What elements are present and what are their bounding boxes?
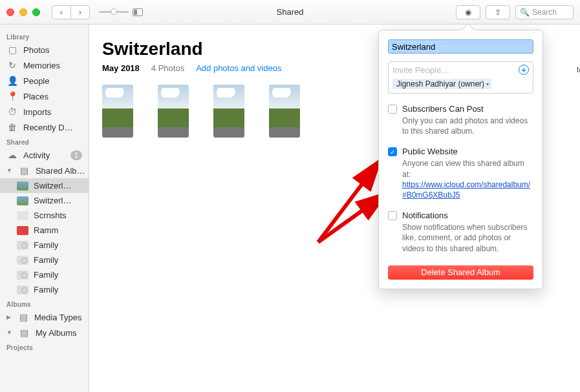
option-label: Subscribers Can Post (402, 104, 484, 114)
album-thumb-icon (17, 196, 28, 205)
option-description: Only you can add photos and videos to th… (402, 116, 533, 136)
owner-chip[interactable]: Jignesh Padhiyar (owner) (392, 79, 491, 89)
sidebar-item-shared-albums-root[interactable]: ▼▤Shared Alb… (0, 163, 89, 178)
disclosure-icon: ▶ (6, 314, 11, 320)
invite-placeholder: Invite People… (392, 65, 519, 75)
share-button[interactable]: ⇪ (486, 5, 510, 19)
album-date: May 2018 (102, 63, 140, 73)
sidebar-item-memories[interactable]: ↻Memories (0, 57, 89, 73)
search-placeholder: Search (532, 8, 557, 17)
sidebar-item-label: Family (34, 270, 58, 280)
person-circle-icon: ◉ (465, 8, 471, 17)
sidebar: Library ▢Photos ↻Memories 👤People 📍Place… (0, 25, 89, 392)
sidebar-item-label: Media Types (34, 313, 81, 322)
sidebar-item-label: Family (34, 285, 58, 294)
album-thumb-icon (17, 226, 28, 235)
folder-icon: ▤ (19, 327, 30, 338)
sidebar-item-album[interactable]: Switzerl… (0, 193, 89, 208)
album-settings-popover: Invite People… + Jignesh Padhiyar (owner… (378, 30, 543, 289)
option-description: Anyone can view this shared album at: ht… (402, 158, 533, 200)
sidebar-item-album[interactable]: Ramm (0, 223, 89, 238)
add-person-icon[interactable]: + (519, 65, 529, 75)
photo-thumbnail[interactable] (213, 85, 244, 138)
sidebar-item-label: Places (23, 92, 48, 101)
sidebar-item-label: Switzerl… (34, 181, 72, 191)
disclosure-icon: ▼ (6, 329, 12, 336)
sidebar-item-label: Shared Alb… (36, 166, 85, 176)
sidebar-item-album[interactable]: Family (0, 282, 89, 297)
album-thumb-icon (17, 271, 28, 280)
album-thumb-icon (17, 256, 28, 265)
sidebar-item-people[interactable]: 👤People (0, 73, 89, 88)
sidebar-item-album[interactable]: Scrnshts (0, 208, 89, 223)
sidebar-item-label: Imports (23, 107, 51, 117)
grid-icon (133, 8, 143, 16)
sidebar-item-label: My Albums (36, 328, 77, 338)
public-website-link[interactable]: https://www.icloud.com/sharedalbum/#B0mG… (402, 180, 530, 200)
option-description: Show notifications when subscribers like… (402, 222, 533, 254)
activity-badge: 1 (70, 150, 82, 160)
sort-dropdown[interactable]: tos (577, 65, 580, 74)
sidebar-item-label: People (23, 76, 49, 86)
folder-icon: ▤ (17, 312, 29, 322)
forward-button[interactable]: › (70, 5, 90, 19)
sidebar-item-places[interactable]: 📍Places (0, 88, 89, 104)
sidebar-item-media-types[interactable]: ▶▤Media Types (0, 309, 89, 325)
sidebar-item-label: Recently D… (23, 123, 73, 132)
sidebar-item-label: Memories (23, 61, 60, 70)
public-website-checkbox[interactable] (388, 147, 397, 156)
zoom-slider[interactable] (99, 11, 129, 13)
sidebar-item-photos[interactable]: ▢Photos (0, 42, 89, 57)
sidebar-item-album[interactable]: Switzerl… (0, 178, 89, 193)
window-title: Shared (277, 7, 304, 17)
sidebar-item-label: Ramm (34, 225, 58, 235)
thumbnail-zoom[interactable] (99, 8, 143, 16)
section-header-projects: Projects (0, 340, 89, 353)
option-label: Public Website (402, 147, 458, 156)
sidebar-item-label: Switzerl… (34, 196, 72, 205)
option-subscribers-can-post: Subscribers Can Post Only you can add ph… (388, 104, 533, 136)
back-button[interactable]: ‹ (52, 5, 71, 19)
sidebar-item-imports[interactable]: ⏱Imports (0, 104, 89, 119)
close-window-button[interactable] (6, 8, 14, 16)
option-notifications: Notifications Show notifications when su… (388, 211, 533, 254)
sidebar-item-album[interactable]: Family (0, 238, 89, 253)
sidebar-item-my-albums[interactable]: ▼▤My Albums (0, 325, 89, 340)
people-button[interactable]: ◉ (456, 5, 480, 19)
sidebar-item-album[interactable]: Family (0, 267, 89, 282)
memories-icon: ↻ (6, 60, 18, 70)
sidebar-item-label: Family (34, 255, 58, 265)
delete-shared-album-button[interactable]: Delete Shared Album (388, 265, 533, 280)
zoom-window-button[interactable] (32, 8, 40, 16)
album-name-input[interactable] (388, 39, 533, 54)
minimize-window-button[interactable] (19, 8, 27, 16)
section-header-library: Library (0, 30, 89, 42)
photo-thumbnail[interactable] (102, 85, 133, 138)
sidebar-item-label: Scrnshts (34, 211, 67, 220)
photo-thumbnail[interactable] (158, 85, 189, 138)
album-thumb-icon (17, 211, 28, 220)
pin-icon: 📍 (6, 91, 18, 101)
photos-icon: ▢ (6, 45, 18, 55)
trash-icon: 🗑 (6, 122, 18, 132)
sidebar-item-label: Family (34, 240, 58, 250)
sidebar-item-activity[interactable]: ☁Activity1 (0, 147, 89, 163)
sidebar-item-album[interactable]: Family (0, 253, 89, 267)
add-photos-link[interactable]: Add photos and videos (196, 63, 281, 73)
photo-count: 4 Photos (151, 63, 184, 73)
clock-icon: ⏱ (6, 107, 18, 117)
album-thumb-icon (17, 241, 28, 250)
photo-thumbnail[interactable] (269, 85, 300, 138)
notifications-checkbox[interactable] (388, 211, 397, 220)
option-label: Notifications (402, 211, 448, 220)
search-input[interactable]: 🔍 Search (515, 5, 574, 19)
people-icon: 👤 (6, 76, 18, 86)
subscribers-checkbox[interactable] (388, 105, 397, 114)
section-header-albums: Albums (0, 297, 89, 309)
cloud-icon: ☁ (6, 150, 18, 160)
window-controls (6, 8, 40, 16)
invite-people-field[interactable]: Invite People… + Jignesh Padhiyar (owner… (388, 61, 533, 94)
sidebar-item-recently-deleted[interactable]: 🗑Recently D… (0, 119, 89, 135)
album-thumb-icon (17, 181, 28, 191)
album-thumb-icon (17, 285, 28, 294)
